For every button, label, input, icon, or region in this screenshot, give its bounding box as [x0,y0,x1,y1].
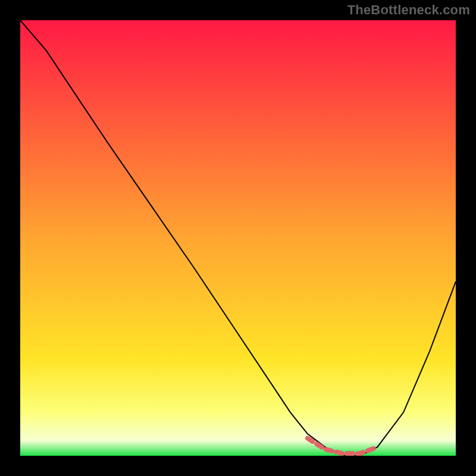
chart-frame: TheBottleneck.com [0,0,476,476]
chart-svg [20,20,456,456]
attribution-label: TheBottleneck.com [347,2,470,18]
chart-background [20,20,456,456]
plot-area [20,20,456,456]
